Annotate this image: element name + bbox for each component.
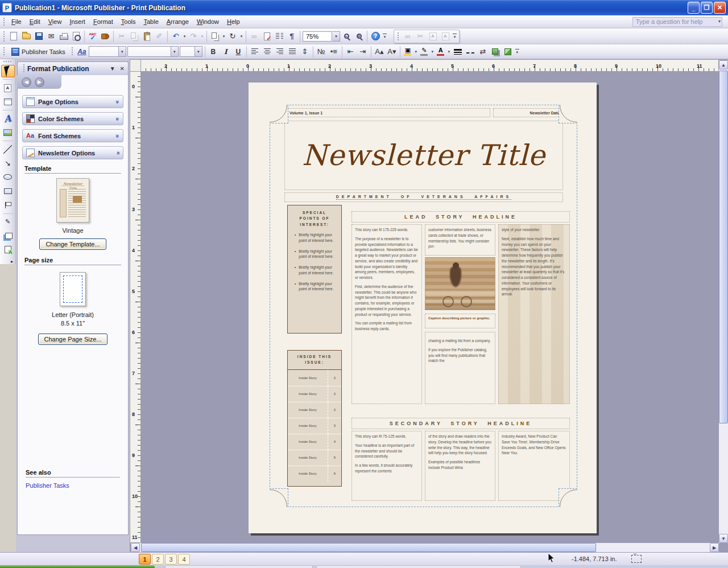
line-color-dropdown[interactable]: ▾ [430, 50, 435, 54]
menu-item[interactable]: Tools [117, 16, 140, 27]
fmt-grip-1[interactable] [3, 47, 6, 57]
lead-story-column-1[interactable]: This story can fit 175-225 words.The pur… [351, 224, 422, 404]
horizontal-scrollbar[interactable]: ◀ ▶ [131, 543, 719, 552]
align-left-button[interactable] [249, 46, 261, 58]
forward-button[interactable]: ▶ [35, 77, 44, 87]
font-color-dropdown[interactable]: ▾ [446, 50, 452, 54]
next-text-box-button[interactable]: A [439, 30, 452, 43]
scroll-up-button[interactable]: ▲ [719, 60, 728, 69]
toolbar-options-button[interactable]: ▾ [382, 30, 388, 43]
align-right-button[interactable] [274, 46, 286, 58]
horizontal-ruler[interactable]: 2101234567891011 [141, 59, 719, 72]
page-tab-2[interactable]: 2 [152, 554, 164, 565]
lead-story-column-3[interactable]: style of your newsletter.Next, establish… [498, 224, 570, 404]
arrow-tool[interactable]: ↘ [1, 157, 15, 170]
paste-button[interactable] [140, 30, 153, 43]
menu-item[interactable]: View [44, 16, 66, 27]
insert-hyperlink-button[interactable]: ∞ [248, 30, 260, 43]
redo-dropdown[interactable]: ▾ [200, 34, 205, 39]
menu-item[interactable]: Window [193, 16, 223, 27]
copy-button[interactable] [128, 30, 140, 43]
numbering-button[interactable]: № [315, 46, 328, 58]
font-select[interactable]: ▾ [127, 46, 179, 57]
toolbar-grip[interactable] [3, 31, 6, 42]
help-question-input[interactable]: Type a question for help ▾ [632, 17, 722, 27]
task-pane-menu-icon[interactable]: ▼ [110, 65, 115, 72]
zoom-out-button[interactable]: − [340, 30, 353, 43]
lead-story-column-2-continued[interactable]: chasing a mailing list from a company.If… [425, 332, 495, 404]
break-link-button[interactable]: ✂ [414, 30, 427, 43]
redo-button[interactable]: ↷ [187, 30, 200, 43]
task-pane-close-icon[interactable]: ✕ [120, 65, 125, 72]
menu-item[interactable]: Table [139, 16, 162, 27]
undo-button[interactable]: ↶ [169, 30, 182, 43]
publisher-tasks-button[interactable]: Publisher Tasks [7, 46, 69, 58]
design-gallery-tool[interactable] [1, 229, 15, 242]
save-button[interactable] [32, 30, 45, 43]
menu-item[interactable]: Insert [65, 16, 89, 27]
task-pane-header[interactable]: Format Publication ▼ ✕ [17, 61, 129, 75]
minimize-button[interactable]: _ [688, 2, 700, 14]
format-painter-button[interactable]: ✐ [153, 30, 166, 43]
section-font-schemes[interactable]: Aa Font Schemes » [22, 129, 123, 142]
font-size-select[interactable]: ▾ [180, 46, 202, 57]
fill-color-dropdown[interactable]: ▾ [413, 50, 419, 54]
scroll-right-button[interactable]: ▶ [710, 543, 719, 552]
lead-story-column-2[interactable]: customer information sheets, business ca… [425, 224, 495, 256]
underline-button[interactable]: U [232, 46, 245, 58]
rotate-dropdown[interactable]: ▾ [239, 34, 244, 39]
vertical-ruler[interactable]: 01234567891011 [130, 72, 141, 543]
connect-toolbar-grip[interactable] [397, 32, 400, 40]
section-page-options[interactable]: Page Options » [22, 95, 123, 108]
publication-page[interactable]: Volume 1, Issue 1 Newsletter Date Newsle… [249, 83, 597, 533]
research-button[interactable] [99, 30, 111, 43]
insert-table-tool[interactable] [1, 96, 15, 108]
cut-button[interactable]: ✂ [115, 30, 128, 43]
mail-button[interactable]: ✉ [45, 30, 57, 43]
zoom-input[interactable]: 75% [303, 31, 332, 42]
fmt-grip-2[interactable] [71, 47, 74, 57]
print-button[interactable] [57, 30, 70, 43]
change-page-size-button[interactable]: Change Page Size... [38, 334, 108, 345]
volume-issue-box[interactable]: Volume 1, Issue 1 [284, 108, 490, 117]
lead-story-picture[interactable] [425, 257, 495, 310]
scroll-left-button[interactable]: ◀ [131, 543, 140, 552]
newsletter-date-box[interactable]: Newsletter Date [493, 108, 564, 117]
line-color-button[interactable]: ✎ [419, 46, 430, 58]
zoom-dropdown[interactable]: ▾ [333, 31, 340, 42]
masthead-box[interactable]: Newsletter Title [284, 121, 563, 190]
rotate-button[interactable]: ↻ [226, 30, 239, 43]
fill-color-button[interactable]: ▣ [402, 46, 413, 58]
style-select[interactable]: ▾ [89, 46, 126, 57]
line-spacing-button[interactable]: ⇕ [299, 46, 311, 58]
menu-item[interactable]: Edit [26, 16, 44, 27]
zoom-in-button[interactable]: + [353, 30, 365, 43]
arrow-style-button[interactable]: ⇄ [477, 46, 489, 58]
justify-button[interactable] [286, 46, 299, 58]
text-box-tool[interactable]: A [1, 81, 15, 94]
select-tool[interactable] [1, 65, 15, 77]
threed-style-button[interactable] [502, 46, 514, 58]
decrease-font-size-button[interactable]: A▾ [386, 46, 398, 58]
vertical-scrollbar[interactable]: ▲ ▼ [719, 60, 728, 543]
font-color-button[interactable]: A [435, 46, 446, 58]
fmt-toolbar-options[interactable]: ▾ [514, 46, 520, 58]
oval-tool[interactable] [1, 171, 15, 183]
change-template-button[interactable]: Change Template... [39, 238, 106, 250]
menu-item[interactable]: Arrange [163, 16, 193, 27]
increase-font-size-button[interactable]: A▴ [373, 46, 386, 58]
special-points-box[interactable]: SPECIAL POINTS OF INTEREST: Briefly high… [287, 205, 342, 334]
autoshapes-tool[interactable] [1, 199, 15, 211]
design-checker-button[interactable] [260, 30, 273, 43]
undo-dropdown[interactable]: ▾ [182, 34, 187, 39]
picture-caption-box[interactable]: Caption describing picture or graphic. [425, 314, 495, 328]
bring-to-front-button[interactable] [209, 30, 221, 43]
page-tab-4[interactable]: 4 [178, 554, 190, 565]
menu-item[interactable]: Help [223, 16, 244, 27]
help-dropdown-icon[interactable]: ▾ [718, 19, 721, 24]
styles-button[interactable]: Aa [76, 46, 88, 58]
align-center-button[interactable] [261, 46, 274, 58]
restore-button[interactable]: ❐ [701, 2, 713, 14]
help-button[interactable]: ? [369, 30, 382, 43]
lead-story-headline-box[interactable]: LEAD STORY HEADLINE [351, 211, 570, 223]
